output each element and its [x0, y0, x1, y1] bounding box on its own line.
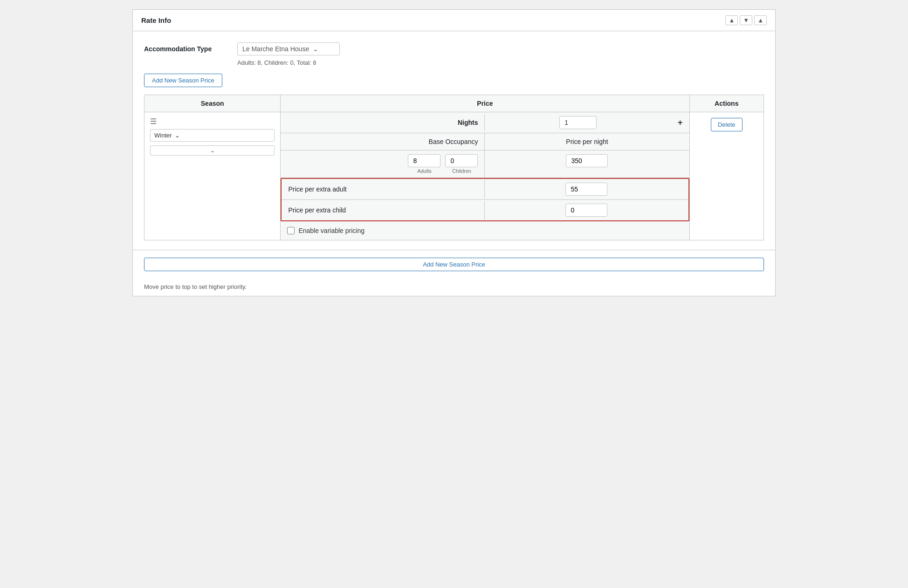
nights-input-cell: [485, 112, 671, 133]
price-grid: Nights + Base Occupancy Price per night: [281, 112, 689, 240]
base-occupancy-label: Base Occupancy: [281, 133, 485, 150]
occupancy-inputs-row: Adults Children: [281, 150, 689, 178]
chevron-down-icon: ⌄: [313, 45, 318, 53]
accommodation-type-row: Accommodation Type Le Marche Etna House …: [144, 42, 764, 66]
price-cell: Nights + Base Occupancy Price per night: [281, 112, 689, 240]
adults-input[interactable]: [408, 154, 440, 167]
nights-header-row: Nights +: [281, 112, 689, 133]
priority-note: Move price to top to set higher priority…: [144, 283, 764, 290]
season-value: Winter: [154, 132, 172, 139]
move-down-button[interactable]: ▼: [740, 15, 752, 25]
accommodation-type-select-text: Le Marche Etna House: [242, 45, 309, 53]
price-per-night-input-cell: [485, 150, 689, 171]
col-actions: Actions: [689, 95, 764, 112]
nights-input[interactable]: [559, 116, 597, 129]
panel-header: Rate Info ▲ ▼ ▲: [133, 10, 775, 31]
variable-pricing-label: Enable variable pricing: [298, 227, 365, 234]
children-input-wrap: Children: [445, 154, 478, 174]
extra-adult-label: Price per extra adult: [282, 180, 485, 198]
accommodation-type-select[interactable]: Le Marche Etna House ⌄: [237, 42, 340, 55]
extra-adult-input-cell: [485, 179, 688, 199]
col-season: Season: [144, 95, 281, 112]
drag-handle-icon[interactable]: ☰: [150, 118, 275, 125]
panel-title: Rate Info: [141, 16, 171, 24]
variable-pricing-row: Enable variable pricing: [281, 221, 689, 240]
base-occupancy-label-row: Base Occupancy Price per night: [281, 133, 689, 150]
add-season-price-button-top[interactable]: Add New Season Price: [144, 74, 222, 87]
enable-variable-pricing-checkbox[interactable]: [287, 227, 295, 234]
collapse-row-button[interactable]: ⌄: [150, 145, 275, 156]
extra-child-label: Price per extra child: [282, 201, 485, 219]
add-season-price-button-bottom[interactable]: Add New Season Price: [144, 258, 764, 271]
season-cell: ☰ Winter ⌄ ⌄: [144, 112, 281, 240]
rate-info-panel: Rate Info ▲ ▼ ▲ Accommodation Type Le Ma…: [132, 9, 776, 296]
extra-pricing-section: Price per extra adult Price per extra ch…: [281, 178, 689, 221]
price-per-night-input[interactable]: [566, 154, 608, 167]
nights-label: Nights: [281, 114, 485, 131]
season-price-table: Season Price Actions ☰ Winter ⌄: [144, 95, 764, 240]
price-per-night-label: Price per night: [485, 133, 689, 150]
actions-cell: Delete: [689, 112, 764, 240]
accommodation-type-label: Accommodation Type: [144, 42, 237, 53]
children-label: Children: [452, 168, 471, 174]
extra-child-input-cell: [485, 200, 688, 220]
panel-header-controls: ▲ ▼ ▲: [725, 15, 767, 25]
panel-body: Accommodation Type Le Marche Etna House …: [133, 31, 775, 250]
adults-input-wrap: Adults: [408, 154, 440, 174]
children-input[interactable]: [445, 154, 478, 167]
season-selector[interactable]: Winter ⌄: [150, 129, 275, 142]
season-td-inner: ☰ Winter ⌄ ⌄: [144, 112, 280, 161]
add-nights-button[interactable]: +: [671, 114, 689, 131]
accommodation-type-value: Le Marche Etna House ⌄ Adults: 8, Childr…: [237, 42, 340, 66]
extra-child-input[interactable]: [565, 204, 607, 217]
season-table-header: Season Price Actions: [144, 95, 764, 112]
collapse-panel-button[interactable]: ▲: [754, 15, 767, 25]
extra-adult-row: Price per extra adult: [282, 179, 688, 200]
move-up-button[interactable]: ▲: [725, 15, 738, 25]
delete-button[interactable]: Delete: [711, 118, 743, 131]
col-price: Price: [281, 95, 689, 112]
extra-adult-input[interactable]: [565, 183, 607, 196]
occupancy-inputs-cell: Adults Children: [281, 150, 485, 178]
accommodation-meta: Adults: 8, Children: 0, Total: 8: [237, 59, 340, 66]
chevron-down-icon: ⌄: [175, 132, 180, 139]
extra-child-row: Price per extra child: [282, 200, 688, 220]
bottom-section: Add New Season Price Move price to top t…: [133, 250, 775, 296]
adults-label: Adults: [417, 168, 432, 174]
table-row: ☰ Winter ⌄ ⌄ Night: [144, 112, 764, 240]
